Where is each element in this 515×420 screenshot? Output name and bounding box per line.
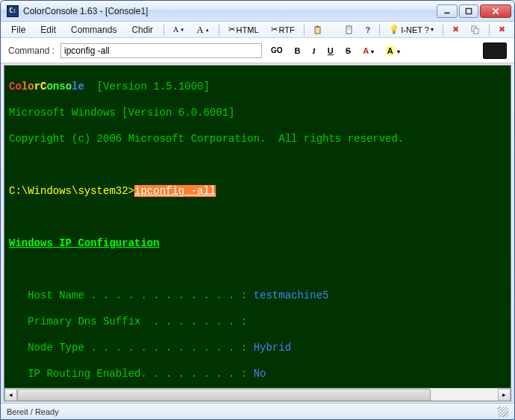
font-smaller-button[interactable]: A▼	[169, 24, 189, 35]
paste-icon[interactable]	[309, 24, 327, 36]
statusbar: Bereit / Ready	[1, 403, 514, 419]
export-rtf-button[interactable]: ✂RTF	[266, 23, 299, 36]
menu-file[interactable]: File	[5, 23, 31, 37]
section-ipconfig: Windows IP Configuration	[9, 237, 160, 249]
menu-edit[interactable]: Edit	[34, 23, 62, 37]
scroll-left-button[interactable]: ◂	[4, 389, 17, 401]
separator	[163, 24, 164, 36]
svg-rect-10	[474, 28, 478, 34]
scissors-icon: ✂	[228, 25, 235, 34]
lightbulb-icon: 💡	[389, 25, 399, 34]
copyright-line: Copyright (c) 2006 Microsoft Corporation…	[9, 133, 506, 146]
scissors-icon: ✂	[271, 25, 278, 34]
close-tab-icon[interactable]: ✖	[494, 23, 510, 36]
iprouting-val: No	[254, 368, 266, 380]
window-buttons	[437, 4, 511, 18]
highlight-color-button[interactable]: A ▾	[383, 45, 403, 57]
prompt: C:\Windows\system32>	[9, 185, 134, 197]
copy-icon[interactable]	[466, 24, 484, 36]
separator	[379, 24, 380, 36]
underline-button[interactable]: U	[325, 45, 337, 57]
iprouting-key: IP Routing Enabled. . . . . . . . :	[9, 368, 254, 380]
inet-button[interactable]: 💡I-NET ? ▾	[384, 23, 438, 36]
separator	[219, 24, 219, 36]
dns-key: Primary Dns Suffix . . . . . . . :	[9, 316, 247, 327]
node-key: Node Type . . . . . . . . . . . . :	[9, 342, 254, 354]
keyboard-icon[interactable]	[483, 43, 507, 59]
app-icon: C:	[7, 5, 19, 17]
window-title: ColorConsole 1.63 - [Console1]	[23, 6, 437, 16]
status-text: Bereit / Ready	[7, 407, 59, 416]
resize-grip[interactable]	[498, 407, 508, 417]
svg-rect-1	[466, 8, 471, 13]
menu-commands[interactable]: Commands	[65, 23, 122, 37]
command-label: Command :	[8, 46, 54, 56]
scroll-thumb[interactable]	[17, 389, 431, 401]
scroll-right-button[interactable]: ▸	[498, 389, 511, 401]
console-container: ColorConsole [Version 1.5.1000] Microsof…	[4, 65, 511, 401]
console-output[interactable]: ColorConsole [Version 1.5.1000] Microsof…	[4, 66, 511, 388]
help-button[interactable]: ?	[361, 24, 375, 36]
host-val: testmachine5	[254, 289, 329, 301]
scroll-track[interactable]	[17, 389, 498, 401]
close-button[interactable]	[480, 4, 511, 18]
horizontal-scrollbar[interactable]: ◂ ▸	[4, 388, 511, 401]
font-larger-button[interactable]: A▲	[192, 22, 213, 37]
menu-chdir[interactable]: Chdir	[125, 23, 159, 37]
titlebar: C: ColorConsole 1.63 - [Console1]	[1, 1, 514, 22]
new-document-icon[interactable]	[340, 24, 358, 36]
svg-rect-5	[316, 25, 319, 27]
app-window: C: ColorConsole 1.63 - [Console1] File E…	[0, 0, 515, 420]
minimize-button[interactable]	[437, 4, 458, 18]
banner-version: [Version 1.5.1000]	[84, 81, 210, 93]
maximize-button[interactable]	[459, 4, 478, 18]
bold-button[interactable]: B	[292, 45, 304, 57]
separator	[489, 24, 490, 36]
separator	[443, 24, 443, 36]
separator	[304, 24, 305, 36]
font-color-button[interactable]: A ▾	[360, 45, 377, 57]
ms-version-line: Microsoft Windows [Version 6.0.6001]	[9, 107, 506, 120]
host-key: Host Name . . . . . . . . . . . . :	[9, 289, 254, 301]
strike-button[interactable]: S	[343, 45, 354, 57]
menubar: File Edit Commands Chdir A▼ A▲ ✂HTML ✂RT…	[1, 22, 514, 38]
typed-command: ipconfig -all	[134, 185, 216, 197]
export-html-button[interactable]: ✂HTML	[224, 23, 263, 36]
node-val: Hybrid	[254, 342, 291, 354]
command-input[interactable]	[60, 43, 262, 58]
delete-icon[interactable]: ✖	[448, 23, 464, 36]
italic-button[interactable]: I	[310, 45, 319, 57]
command-bar: Command : GO B I U S A ▾ A ▾	[1, 38, 514, 63]
go-button[interactable]: GO	[268, 45, 286, 56]
svg-rect-4	[315, 27, 320, 34]
